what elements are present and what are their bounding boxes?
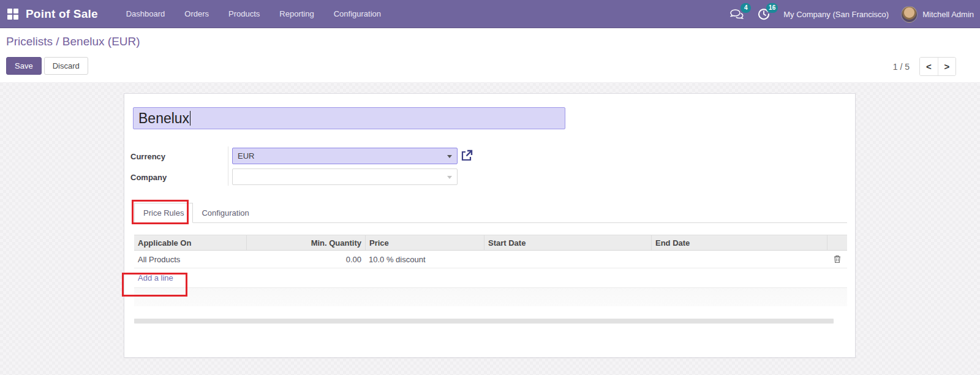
notebook-tabs: Price Rules Configuration [134,203,847,223]
user-name: Mitchell Admin [922,10,974,19]
currency-field-label: Currency [130,152,165,161]
company-select[interactable] [232,169,458,185]
add-a-line-link[interactable]: Add a line [134,273,177,282]
menu-products[interactable]: Products [219,1,270,27]
pricelist-name-input[interactable]: Benelux [133,107,565,129]
menu-configuration[interactable]: Configuration [324,1,391,27]
horizontal-scrollbar[interactable] [134,319,834,324]
top-navbar: Point of Sale Dashboard Orders Products … [0,0,980,28]
price-rules-table: Applicable On Min. Quantity Price Start … [134,235,847,306]
label-column-divider [228,146,228,186]
navbar-systray: 4 16 My Company (San Francisco) Mitchell… [729,0,974,28]
form-buttons: Save Discard [6,57,88,75]
external-link-icon[interactable] [461,150,473,162]
user-avatar [901,6,918,23]
form-sheet: Benelux Currency Company EUR Price Rules… [124,93,856,358]
breadcrumb: Pricelists / Benelux (EUR) [6,35,140,48]
cell-applicable-on[interactable]: All Products [134,251,246,268]
delete-row-button[interactable] [827,251,847,268]
pager: 1 / 5 < > [893,57,956,76]
table-row[interactable]: All Products 0.00 10.0 % discount [134,251,847,268]
caret-down-icon [447,155,452,158]
cell-price[interactable]: 10.0 % discount [365,251,484,268]
menu-orders[interactable]: Orders [175,1,219,27]
breadcrumb-separator: / [53,35,62,48]
column-header-applicable-on[interactable]: Applicable On [134,235,246,250]
column-header-actions [827,235,847,250]
activities-count-badge: 16 [766,3,778,13]
breadcrumb-pricelists-link[interactable]: Pricelists [6,35,53,48]
column-header-price[interactable]: Price [365,235,484,250]
breadcrumb-current: Benelux (EUR) [62,35,140,48]
caret-down-icon [447,176,452,179]
activities-button[interactable]: 16 [756,7,771,21]
discard-button[interactable]: Discard [44,57,88,75]
app-name[interactable]: Point of Sale [26,7,98,21]
currency-select[interactable]: EUR [232,148,458,164]
cell-end-date[interactable] [651,251,827,268]
pager-value: 1 / 5 [893,62,910,72]
tab-price-rules[interactable]: Price Rules [134,203,193,223]
company-switcher[interactable]: My Company (San Francisco) [783,10,889,19]
main-menu: Dashboard Orders Products Reporting Conf… [116,1,391,27]
company-field-label: Company [130,173,167,182]
chevron-left-icon: < [926,61,932,72]
menu-reporting[interactable]: Reporting [270,1,323,27]
user-menu[interactable]: Mitchell Admin [901,6,974,23]
pricelist-name-value: Benelux [138,110,189,127]
add-line-row: Add a line [134,268,847,288]
column-header-min-quantity[interactable]: Min. Quantity [246,235,365,250]
cell-min-quantity[interactable]: 0.00 [246,251,365,268]
table-header-row: Applicable On Min. Quantity Price Start … [134,235,847,251]
tab-configuration[interactable]: Configuration [193,203,257,222]
chevron-right-icon: > [944,61,950,72]
text-cursor [190,111,190,126]
empty-table-row [134,288,847,306]
page-background: Point of Sale Dashboard Orders Products … [0,0,980,375]
apps-grid-icon[interactable] [7,9,18,20]
messages-button[interactable]: 4 [729,7,744,21]
save-button[interactable]: Save [6,57,42,75]
pager-previous-button[interactable]: < [920,58,938,75]
control-panel: Pricelists / Benelux (EUR) Save Discard … [0,28,980,82]
messages-count-badge: 4 [741,3,751,13]
cell-start-date[interactable] [484,251,651,268]
pager-next-button[interactable]: > [938,58,956,75]
menu-dashboard[interactable]: Dashboard [116,1,175,27]
currency-select-value: EUR [238,151,254,161]
column-header-start-date[interactable]: Start Date [484,235,651,250]
column-header-end-date[interactable]: End Date [651,235,827,250]
trash-icon [834,255,841,263]
